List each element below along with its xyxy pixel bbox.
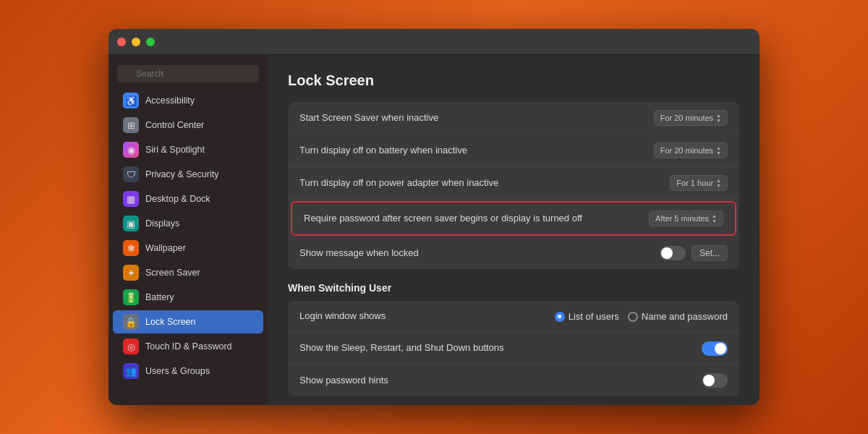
setting-control-screen-saver: For 20 minutes ▲▼ (654, 110, 728, 126)
search-container: 🔍 (109, 62, 268, 88)
system-preferences-window: 🔍 ♿ Accessibility ⊞ Control Center ◉ Sir… (109, 29, 760, 405)
stepper-arrows-battery: ▲▼ (716, 145, 721, 156)
sidebar-label-lock-screen: Lock Screen (145, 317, 195, 327)
setting-control-require-password: After 5 minutes ▲▼ (649, 210, 723, 226)
radio-dot-list-users (555, 312, 565, 322)
radio-label-list-users: List of users (569, 311, 619, 322)
search-input[interactable] (117, 65, 259, 82)
sidebar-label-siri-spotlight: Siri & Spotlight (145, 145, 205, 155)
stepper-display-power[interactable]: For 1 hour ▲▼ (670, 175, 728, 191)
setting-row-password-hints: Show password hints (288, 365, 739, 396)
sidebar-item-control-center[interactable]: ⊞ Control Center (113, 114, 263, 137)
main-content: Lock Screen Start Screen Saver when inac… (268, 55, 760, 405)
lock-screen-icon: 🔒 (123, 314, 139, 330)
privacy-security-icon: 🛡 (123, 166, 139, 182)
minimize-button[interactable] (132, 38, 140, 46)
screen-saver-icon: ✦ (123, 265, 139, 281)
stepper-value-require-password: After 5 minutes (655, 214, 709, 223)
radio-list-of-users[interactable]: List of users (555, 311, 619, 322)
sidebar-label-users-groups: Users & Groups (145, 366, 210, 376)
search-wrapper: 🔍 (117, 65, 259, 82)
setting-row-display-power: Turn display off on power adapter when i… (288, 167, 739, 200)
radio-name-password[interactable]: Name and password (628, 311, 728, 322)
wallpaper-icon: ❃ (123, 240, 139, 256)
sidebar-item-siri-spotlight[interactable]: ◉ Siri & Spotlight (113, 138, 263, 161)
setting-row-require-password: Require password after screen saver begi… (291, 201, 736, 236)
setting-control-password-hints (702, 373, 728, 388)
setting-row-show-message: Show message when locked Set... (288, 237, 739, 269)
setting-row-screen-saver: Start Screen Saver when inactive For 20 … (288, 102, 739, 135)
sidebar-label-touch-id: Touch ID & Password (145, 341, 232, 352)
setting-control-login-window: List of users Name and password (555, 311, 728, 322)
setting-row-login-window: Login window shows List of users Name an… (288, 301, 739, 333)
touch-id-icon: ◎ (123, 339, 139, 354)
setting-control-sleep-restart (702, 341, 728, 356)
accessibility-icon: ♿ (123, 93, 139, 109)
toggle-knob-show-message (661, 247, 673, 259)
stepper-value-display-power: For 1 hour (676, 179, 713, 187)
setting-row-sleep-restart: Show the Sleep, Restart, and Shut Down b… (288, 333, 739, 365)
setting-label-require-password: Require password after screen saver begi… (304, 212, 649, 225)
setting-label-display-power: Turn display off on power adapter when i… (299, 176, 670, 190)
page-title: Lock Screen (288, 72, 739, 89)
sidebar-label-accessibility: Accessibility (145, 95, 195, 106)
sidebar-item-screen-saver[interactable]: ✦ Screen Saver (113, 261, 263, 284)
sidebar-label-privacy-security: Privacy & Security (145, 169, 218, 179)
setting-control-display-battery: For 20 minutes ▲▼ (654, 142, 728, 158)
sidebar-label-desktop-dock: Desktop & Dock (145, 194, 210, 204)
control-center-icon: ⊞ (123, 117, 139, 133)
setting-control-show-message: Set... (660, 245, 728, 261)
stepper-value-display-battery: For 20 minutes (660, 146, 713, 155)
title-bar (109, 29, 760, 55)
toggle-knob-sleep-restart (715, 343, 726, 354)
toggle-password-hints[interactable] (702, 373, 728, 388)
settings-card-switching: Login window shows List of users Name an… (288, 301, 739, 396)
stepper-arrows-power: ▲▼ (716, 178, 721, 188)
setting-label-password-hints: Show password hints (299, 374, 702, 387)
users-groups-icon: 👥 (123, 363, 139, 379)
sidebar-item-accessibility[interactable]: ♿ Accessibility (113, 89, 263, 112)
sidebar-item-desktop-dock[interactable]: ▦ Desktop & Dock (113, 187, 263, 210)
stepper-arrows-password: ▲▼ (712, 213, 717, 224)
stepper-arrows-screen-saver: ▲▼ (716, 113, 721, 123)
settings-card-primary: Start Screen Saver when inactive For 20 … (288, 102, 739, 269)
displays-icon: ▣ (123, 216, 139, 231)
setting-control-display-power: For 1 hour ▲▼ (670, 175, 728, 191)
sidebar-item-lock-screen[interactable]: 🔒 Lock Screen (113, 310, 263, 333)
setting-label-login-window: Login window shows (299, 310, 555, 323)
stepper-require-password[interactable]: After 5 minutes ▲▼ (649, 210, 723, 226)
annotation-wrapper: Require password after screen saver begi… (288, 201, 739, 236)
battery-icon: 🔋 (123, 289, 139, 305)
sidebar-item-wallpaper[interactable]: ❃ Wallpaper (113, 237, 263, 260)
stepper-display-battery[interactable]: For 20 minutes ▲▼ (654, 142, 728, 158)
sidebar-item-privacy-security[interactable]: 🛡 Privacy & Security (113, 163, 263, 186)
set-button-show-message[interactable]: Set... (692, 245, 728, 261)
close-button[interactable] (117, 38, 126, 46)
section-title-switching: When Switching User (288, 282, 739, 294)
radio-label-name-password: Name and password (642, 311, 728, 322)
stepper-screen-saver[interactable]: For 20 minutes ▲▼ (654, 110, 728, 126)
sidebar-item-battery[interactable]: 🔋 Battery (113, 286, 263, 309)
sidebar-item-users-groups[interactable]: 👥 Users & Groups (113, 359, 263, 383)
maximize-button[interactable] (146, 38, 155, 46)
setting-label-display-battery: Turn display off on battery when inactiv… (299, 144, 654, 157)
siri-spotlight-icon: ◉ (123, 142, 139, 158)
sidebar-label-screen-saver: Screen Saver (145, 268, 200, 278)
toggle-show-message[interactable] (660, 246, 686, 260)
window-content: 🔍 ♿ Accessibility ⊞ Control Center ◉ Sir… (109, 55, 760, 405)
sidebar: 🔍 ♿ Accessibility ⊞ Control Center ◉ Sir… (109, 55, 268, 405)
sidebar-label-displays: Displays (145, 218, 179, 229)
radio-dot-name-password (628, 312, 638, 322)
stepper-value-screen-saver: For 20 minutes (660, 114, 713, 122)
sidebar-item-touch-id[interactable]: ◎ Touch ID & Password (113, 335, 263, 358)
desktop-dock-icon: ▦ (123, 191, 139, 207)
setting-label-sleep-restart: Show the Sleep, Restart, and Shut Down b… (299, 341, 702, 354)
sidebar-label-battery: Battery (145, 292, 174, 302)
toggle-knob-password-hints (703, 375, 715, 386)
sidebar-label-control-center: Control Center (145, 120, 204, 130)
setting-label-show-message: Show message when locked (299, 247, 660, 260)
setting-label-screen-saver: Start Screen Saver when inactive (299, 111, 654, 124)
sidebar-item-displays[interactable]: ▣ Displays (113, 212, 263, 235)
toggle-sleep-restart[interactable] (702, 341, 728, 356)
sidebar-label-wallpaper: Wallpaper (145, 243, 186, 253)
